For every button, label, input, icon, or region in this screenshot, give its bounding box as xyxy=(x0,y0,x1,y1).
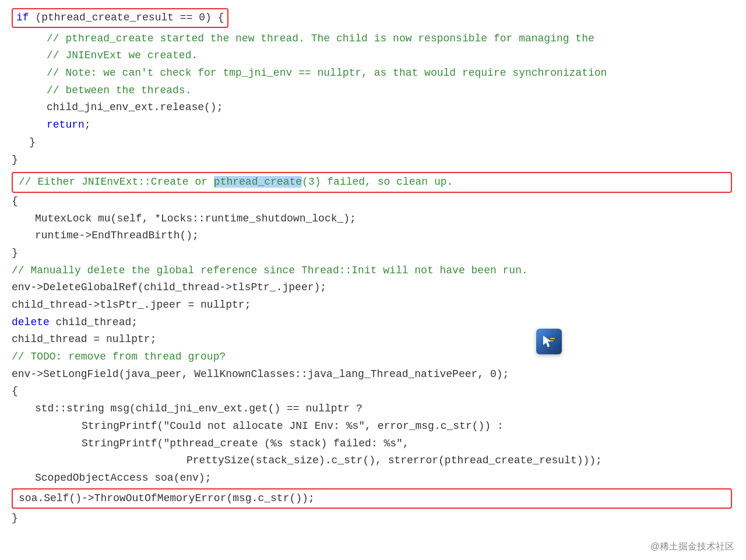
line-27: ScopedObjectAccess soa(env); xyxy=(12,470,734,487)
line-7: return; xyxy=(12,117,734,134)
code-text: PrettySize(stack_size).c_str(), strerror… xyxy=(186,455,602,466)
line-25: StringPrintf("pthread_create (%s stack) … xyxy=(12,435,734,453)
code-text: StringPrintf("Could not allocate JNI Env… xyxy=(82,420,504,432)
comment-line-2: (3) failed, so clean up. xyxy=(302,176,453,188)
code-text: ScopedObjectAccess soa(env); xyxy=(35,472,211,484)
line-28: soa.Self()->ThrowOutOfMemoryError(msg.c_… xyxy=(12,488,734,509)
line-23: std::string msg(child_jni_env_ext.get() … xyxy=(12,400,734,418)
code-text: ; xyxy=(85,119,91,131)
line-4: // Note: we can't check for tmp_jni_env … xyxy=(12,65,734,82)
comment-line: // JNIEnvExt we created. xyxy=(47,50,198,61)
line-6: child_jni_env_ext.release(); xyxy=(12,99,734,117)
comment-line: // Manually delete the global reference … xyxy=(12,265,528,276)
code-text: soa.Self()->ThrowOutOfMemoryError(msg.c_… xyxy=(19,492,315,504)
code-text: env->SetLongField(java_peer, WellKnownCl… xyxy=(12,368,509,380)
line-21: env->SetLongField(java_peer, WellKnownCl… xyxy=(12,366,734,383)
line-11: { xyxy=(12,193,734,210)
keyword-if: if xyxy=(16,12,29,23)
code-text: child_thread; xyxy=(50,316,138,328)
line-9: } xyxy=(12,152,734,169)
code-text: std::string msg(child_jni_env_ext.get() … xyxy=(35,403,363,414)
code-text: StringPrintf("pthread_create (%s stack) … xyxy=(82,438,409,449)
highlight-pthread: pthread_create xyxy=(214,176,302,188)
line-20: // TODO: remove from thread group? xyxy=(12,348,734,366)
line-19: child_thread = nullptr; xyxy=(12,331,734,348)
comment-line: // between the threads. xyxy=(47,84,191,96)
code-text: runtime->EndThreadBirth(); xyxy=(35,230,199,241)
line-26: PrettySize(stack_size).c_str(), strerror… xyxy=(12,452,734,470)
code-text: } xyxy=(12,154,18,165)
comment-line: // Either JNIEnvExt::Create or xyxy=(19,176,214,188)
keyword-return: return xyxy=(47,119,85,131)
line-24: StringPrintf("Could not allocate JNI Env… xyxy=(12,418,734,435)
code-text: { xyxy=(12,195,18,207)
line-29: } xyxy=(12,510,734,527)
watermark: @稀土掘金技术社区 xyxy=(650,539,734,554)
code-text: MutexLock mu(self, *Locks::runtime_shutd… xyxy=(35,213,356,224)
comment-line: // pthread_create started the new thread… xyxy=(47,33,594,44)
line-8: } xyxy=(12,134,734,152)
code-text: child_thread->tlsPtr_.jpeer = nullptr; xyxy=(12,299,251,311)
line-5: // between the threads. xyxy=(12,82,734,100)
code-text: { xyxy=(12,385,18,397)
code-text: } xyxy=(12,247,18,259)
code-text: } xyxy=(29,136,36,148)
keyword-delete: delete xyxy=(12,316,50,328)
comment-line: // TODO: remove from thread group? xyxy=(12,351,226,362)
line-14: } xyxy=(12,245,734,262)
code-text: child_thread = nullptr; xyxy=(12,333,156,345)
line-12: MutexLock mu(self, *Locks::runtime_shutd… xyxy=(12,210,734,228)
line-16: env->DeleteGlobalRef(child_thread->tlsPt… xyxy=(12,279,734,297)
svg-rect-1 xyxy=(550,338,555,339)
comment-line: // Note: we can't check for tmp_jni_env … xyxy=(47,67,607,79)
code-container: if (pthread_create_result == 0) { // pth… xyxy=(0,0,746,539)
line-18: delete child_thread; xyxy=(12,314,734,332)
line-22: { xyxy=(12,383,734,400)
line-15: // Manually delete the global reference … xyxy=(12,262,734,280)
line-1: if (pthread_create_result == 0) { xyxy=(12,6,734,30)
line-13: runtime->EndThreadBirth(); xyxy=(12,227,734,245)
line-3: // JNIEnvExt we created. xyxy=(12,47,734,65)
svg-rect-2 xyxy=(550,340,554,341)
line-2: // pthread_create started the new thread… xyxy=(12,30,734,48)
code-text: child_jni_env_ext.release(); xyxy=(47,101,223,113)
line-17: child_thread->tlsPtr_.jpeer = nullptr; xyxy=(12,297,734,314)
code-text: (pthread_create_result == 0) { xyxy=(29,12,224,23)
line-10: // Either JNIEnvExt::Create or pthread_c… xyxy=(12,172,734,193)
svg-marker-0 xyxy=(543,336,551,347)
code-text: env->DeleteGlobalRef(child_thread->tlsPt… xyxy=(12,281,326,293)
code-text: } xyxy=(12,512,18,524)
cursor-svg xyxy=(541,333,557,350)
